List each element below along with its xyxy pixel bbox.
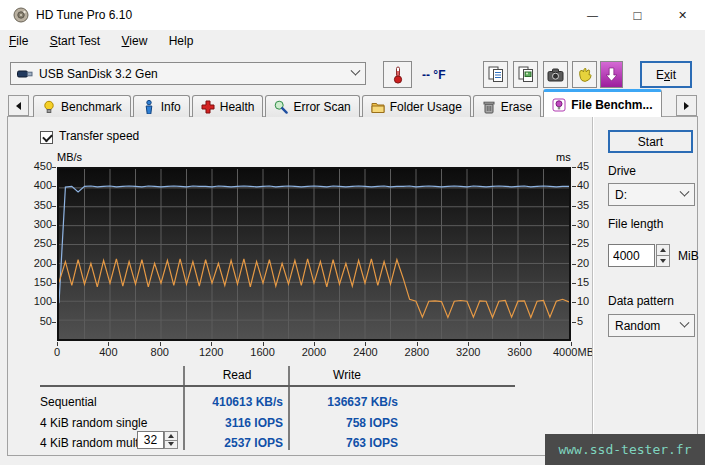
minimize-button[interactable]: — <box>570 0 615 30</box>
tab-scroll-right-button[interactable] <box>676 95 697 116</box>
close-icon: ✕ <box>678 9 687 22</box>
hand-icon <box>577 67 593 83</box>
close-button[interactable]: ✕ <box>660 0 705 30</box>
menu-view[interactable]: View <box>113 30 157 52</box>
y-axis-label: 150 <box>24 276 52 288</box>
x-axis-label: 4000MB <box>553 346 605 358</box>
download-arrow-icon <box>605 67 618 82</box>
tab-folder-usage[interactable]: Folder Usage <box>362 95 471 117</box>
x-tick <box>417 342 418 346</box>
y-axis-label-right: 25 <box>577 237 601 249</box>
x-tick <box>571 342 572 346</box>
chevron-down-icon <box>680 318 690 328</box>
y-axis-label-right: 15 <box>577 276 601 288</box>
x-tick <box>108 342 109 346</box>
y-axis-unit-right: ms <box>556 151 571 163</box>
x-axis-label: 3200 <box>448 346 488 358</box>
y-axis-label-right: 35 <box>577 199 601 211</box>
data-pattern-value: Random <box>615 319 660 333</box>
copy-text-icon <box>488 66 504 83</box>
y-axis-label: 100 <box>24 295 52 307</box>
start-button[interactable]: Start <box>608 130 693 153</box>
x-tick <box>57 342 58 346</box>
y-tick <box>52 302 56 303</box>
y-axis-label-right: 40 <box>577 179 601 191</box>
y-tick <box>572 167 576 168</box>
transfer-speed-checkbox[interactable] <box>40 131 53 144</box>
stepper-down-icon[interactable] <box>656 256 670 267</box>
y-axis-label-right: 5 <box>577 315 601 327</box>
drive-selector[interactable]: D: <box>608 183 695 206</box>
y-tick <box>52 225 56 226</box>
sequential-write-value: 136637 KB/s <box>288 395 398 409</box>
temperature-button[interactable] <box>383 61 412 88</box>
y-axis-label-right: 30 <box>577 218 601 230</box>
tab-file-benchmark[interactable]: File Benchm... <box>543 89 661 117</box>
x-tick <box>263 342 264 346</box>
panel-divider <box>592 117 593 456</box>
drive-label: Drive <box>608 164 636 178</box>
menu-start-test[interactable]: Start Test <box>41 30 109 52</box>
y-tick <box>52 206 56 207</box>
tab-erase[interactable]: Erase <box>473 95 541 117</box>
screenshot-button[interactable] <box>543 61 568 88</box>
trash-icon <box>482 100 496 114</box>
transfer-speed-chart <box>57 167 571 341</box>
exit-button[interactable]: Exit <box>640 61 692 88</box>
y-axis-label-right: 20 <box>577 257 601 269</box>
queue-depth-input[interactable] <box>137 431 164 449</box>
y-axis-label: 300 <box>24 218 52 230</box>
device-selector[interactable]: USB SanDisk 3.2 Gen <box>10 62 366 85</box>
x-tick <box>314 342 315 346</box>
download-button[interactable] <box>600 61 623 88</box>
tab-scroll-left-button[interactable] <box>8 95 29 116</box>
chart-canvas <box>59 169 569 339</box>
y-axis-label: 50 <box>24 315 52 327</box>
y-tick <box>572 186 576 187</box>
row-sequential-label: Sequential <box>40 395 97 409</box>
tab-info[interactable]: Info <box>133 95 190 117</box>
x-tick <box>520 342 521 346</box>
data-pattern-label: Data pattern <box>608 294 674 308</box>
random-single-write-value: 758 IOPS <box>288 416 398 430</box>
copy-text-button[interactable] <box>483 61 508 88</box>
copy-image-button[interactable] <box>513 61 538 88</box>
file-length-input[interactable] <box>608 244 655 267</box>
menu-help[interactable]: Help <box>160 30 203 52</box>
y-tick <box>52 264 56 265</box>
menu-file[interactable]: File <box>0 30 37 52</box>
x-tick <box>211 342 212 346</box>
menu-bar: File Start Test View Help <box>0 30 705 52</box>
title-bar: HD Tune Pro 6.10 — □ ✕ <box>0 0 705 30</box>
stepper-up-icon[interactable] <box>656 244 670 256</box>
y-tick <box>52 322 56 323</box>
y-tick <box>572 322 576 323</box>
x-axis-label: 2800 <box>397 346 437 358</box>
data-pattern-selector[interactable]: Random <box>608 314 695 337</box>
chevron-down-icon <box>680 187 690 197</box>
file-length-stepper[interactable] <box>656 244 670 267</box>
table-header-rule <box>40 385 515 387</box>
maximize-button[interactable]: □ <box>615 0 660 30</box>
y-axis-label: 200 <box>24 257 52 269</box>
random-multi-read-value: 2537 IOPS <box>168 436 283 450</box>
row-random-single-label: 4 KiB random single <box>40 416 147 430</box>
x-axis-label: 1600 <box>243 346 283 358</box>
folder-icon <box>371 100 385 114</box>
x-tick <box>468 342 469 346</box>
x-axis-label: 800 <box>140 346 180 358</box>
tab-health[interactable]: Health <box>192 95 264 117</box>
x-tick <box>365 342 366 346</box>
magnifier-icon <box>274 100 288 114</box>
info-icon <box>142 100 156 114</box>
x-axis-label: 1200 <box>191 346 231 358</box>
thermometer-icon <box>391 66 405 84</box>
tab-benchmark[interactable]: Benchmark <box>33 95 131 117</box>
minimize-icon: — <box>587 9 598 21</box>
donate-button[interactable] <box>572 61 597 88</box>
watermark: www.ssd-tester.fr <box>545 434 705 465</box>
app-disk-icon <box>13 7 29 23</box>
y-axis-label: 450 <box>24 160 52 172</box>
y-tick <box>52 244 56 245</box>
tab-error-scan[interactable]: Error Scan <box>265 95 359 117</box>
